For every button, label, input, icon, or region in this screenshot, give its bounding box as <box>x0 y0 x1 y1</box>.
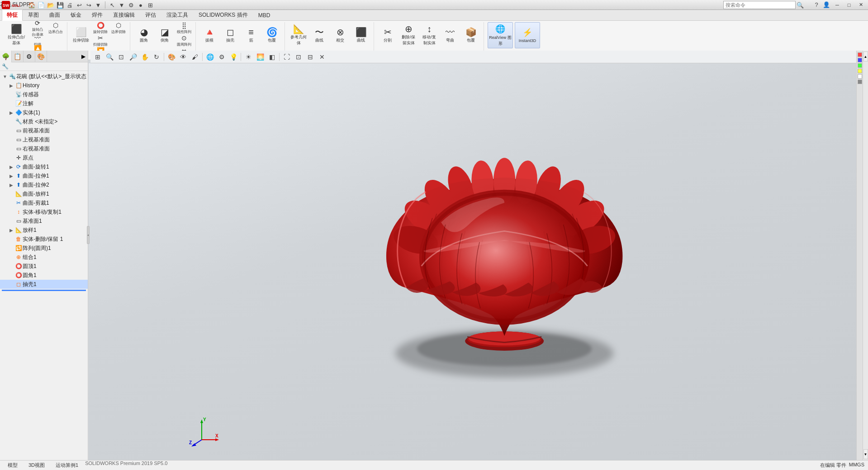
tree-item-pattern-circular1[interactable]: 🔁 阵列(圆周)1 <box>0 244 88 253</box>
tree-item-surface-trim1[interactable]: ✂ 曲面-剪裁1 <box>0 198 88 207</box>
tree-item-solid-bodies[interactable]: ▶ 🔷 实体(1) <box>0 108 88 117</box>
appearance-btn[interactable]: 🖌 <box>190 52 200 62</box>
tree-item-top-plane[interactable]: ▭ 上视基准面 <box>0 135 88 144</box>
btn-extrude-cut[interactable]: ⬜ 拉伸切除 <box>71 22 91 48</box>
panel-tab-feature-tree[interactable]: 🌳 <box>0 51 12 62</box>
tab-sketch[interactable]: 草图 <box>23 9 44 21</box>
view-settings-btn[interactable]: ⚙ <box>216 52 227 62</box>
tree-item-solid-delete1[interactable]: 🗑 实体-删除/保留 1 <box>0 235 88 244</box>
btn-boundary-boss[interactable]: ⬡ 边界凸台 <box>47 22 64 34</box>
btn-flex[interactable]: 〰 弯曲 <box>440 22 460 48</box>
open-button[interactable]: 📂 <box>46 0 55 9</box>
status-tab-model[interactable]: 模型 <box>4 461 22 470</box>
tab-features[interactable]: 特征 <box>2 9 23 21</box>
btn-revolve-boss[interactable]: ⟳ 旋转凸台/基体 <box>29 22 46 34</box>
filter-icon[interactable]: 🔧 <box>2 63 9 70</box>
panel-tab-display[interactable]: 🎨 <box>35 51 47 62</box>
tab-weldment[interactable]: 焊件 <box>87 9 108 21</box>
close-button[interactable]: ✕ <box>855 1 866 9</box>
close-view-btn[interactable]: ✕ <box>317 52 327 62</box>
tree-item-annotations[interactable]: 📝 注解 <box>0 99 88 108</box>
panel-tab-arrow[interactable]: ▶ <box>79 51 88 62</box>
btn-shell[interactable]: ◻ 抽壳 <box>220 22 240 48</box>
tree-item-history[interactable]: ▶ 📋 History <box>0 81 88 90</box>
btn-instant3d[interactable]: ⚡ Instant3D <box>515 22 540 48</box>
status-tab-motion[interactable]: 运动算例1 <box>52 461 82 470</box>
question-button[interactable]: ? <box>812 0 821 9</box>
collapse-handle[interactable]: ‹ <box>87 226 90 244</box>
btn-deform[interactable]: 📦 包覆 <box>461 22 481 48</box>
lights-btn[interactable]: 💡 <box>228 52 239 62</box>
btn-chamfer[interactable]: ◪ 倒角 <box>155 22 175 48</box>
btn-split[interactable]: ✂ 分割 <box>378 22 398 48</box>
viewport[interactable]: Y X Z <box>89 63 863 460</box>
btn-wrap[interactable]: 🌀 包覆 <box>262 22 282 48</box>
circle-btn[interactable]: ● <box>136 0 145 9</box>
new-button[interactable]: 📄 <box>37 0 46 9</box>
tree-item-fillet-dome1[interactable]: ⭕ 圆顶1 <box>0 262 88 271</box>
search-input[interactable] <box>723 1 796 9</box>
search-button[interactable]: 🔍 <box>796 0 805 9</box>
tab-mbd[interactable]: MBD <box>253 10 275 20</box>
color-green[interactable] <box>858 63 862 68</box>
tab-sheetmetal[interactable]: 钣金 <box>66 9 86 21</box>
login-button[interactable]: 👤 <box>822 0 831 9</box>
print-button[interactable]: 🖨 <box>65 0 74 9</box>
tree-item-sensors[interactable]: 📡 传感器 <box>0 90 88 99</box>
tree-item-material[interactable]: 🔧 材质 <未指定> <box>0 117 88 126</box>
tree-item-shell1[interactable]: ◻ 抽壳1 <box>0 280 88 289</box>
btn-curves[interactable]: 〜 曲线 <box>309 22 329 48</box>
color-red[interactable] <box>858 52 862 57</box>
hide-show-btn[interactable]: 👁 <box>178 52 189 62</box>
btn-move-copy[interactable]: ↕ 移动/复制实体 <box>419 22 439 48</box>
qa-more-button[interactable]: ▼ <box>94 0 103 9</box>
btn-ref-geometry[interactable]: 📐 参考几何体 <box>289 22 308 48</box>
color-white[interactable] <box>858 74 862 79</box>
save-button[interactable]: 💾 <box>56 0 65 9</box>
display-style-btn[interactable]: 🎨 <box>166 52 177 62</box>
color-blue[interactable] <box>858 58 862 62</box>
rotate-btn[interactable]: ↻ <box>151 52 162 62</box>
btn-revolve-cut[interactable]: ⭕ 旋转切除 <box>92 22 109 34</box>
tree-item-right-plane[interactable]: ▭ 右视基准面 <box>0 144 88 153</box>
apps-btn[interactable]: ⊞ <box>146 0 155 9</box>
tab-plugins[interactable]: SOLIDWORKS 插件 <box>194 9 253 21</box>
apply-scene-btn[interactable]: ☀ <box>243 52 254 62</box>
btn-rib[interactable]: ≡ 筋 <box>241 22 261 48</box>
tab-direct[interactable]: 直接编辑 <box>108 9 140 21</box>
status-tab-3dview[interactable]: 3D视图 <box>24 461 49 470</box>
tree-item-solid-move1[interactable]: ↕ 实体-移动/复制1 <box>0 207 88 216</box>
restore-button[interactable]: □ <box>844 1 854 9</box>
tree-item-origin[interactable]: ✛ 原点 <box>0 153 88 162</box>
cursor-button[interactable]: ↖ <box>108 0 117 9</box>
tab-surface[interactable]: 曲面 <box>44 9 65 21</box>
tree-item-fillet1[interactable]: ⭕ 圆角1 <box>0 271 88 280</box>
zoom-area-btn[interactable]: 🔎 <box>128 52 138 62</box>
tab-render[interactable]: 渲染工具 <box>161 9 193 21</box>
section-view-btn[interactable]: ◧ <box>266 52 277 62</box>
min-view-btn[interactable]: ⊟ <box>305 52 316 62</box>
tree-item-surface-scale1[interactable]: 📐 曲面-放样1 <box>0 189 88 198</box>
btn-realview[interactable]: 🌐 RealView 图形 <box>488 22 513 48</box>
btn-draft[interactable]: 🔺 拔模 <box>199 22 219 48</box>
more-arrow[interactable]: ▼ <box>117 0 126 9</box>
tree-item-combine1[interactable]: ⊕ 组合1 <box>0 253 88 262</box>
tree-item-surface-extrude2[interactable]: ▶ ⬆ 曲面-拉伸2 <box>0 180 88 189</box>
tab-evaluate[interactable]: 评估 <box>140 9 161 21</box>
zoom-fit-btn[interactable]: ⊡ <box>116 52 127 62</box>
tree-root[interactable]: ▼ 🔩 花碗 (默认<<默认>_显示状态 1>) <box>0 72 88 81</box>
fullscreen-btn[interactable]: ⛶ <box>281 52 292 62</box>
right-panel-btn1[interactable]: ▲ <box>863 52 868 61</box>
btn-solid[interactable]: ⬛ 曲线 <box>351 22 371 48</box>
btn-extrude-boss[interactable]: ⬛ 拉伸凸台/基体 <box>5 22 28 48</box>
options-icon[interactable]: ⚙ <box>127 0 136 9</box>
btn-combine[interactable]: ⊕ 删除/保留实体 <box>398 22 418 48</box>
btn-fillet[interactable]: ◕ 圆角 <box>134 22 154 48</box>
color-gray[interactable] <box>858 80 862 84</box>
view-orient-btn[interactable]: ⊞ <box>92 52 103 62</box>
minimize-button[interactable]: ─ <box>832 1 843 9</box>
pan-btn[interactable]: ✋ <box>139 52 150 62</box>
btn-intersect[interactable]: ⊗ 相交 <box>330 22 350 48</box>
tree-item-surface-extrude1[interactable]: ▶ ⬆ 曲面-拉伸1 <box>0 171 88 180</box>
home-button[interactable]: 🏠 <box>27 0 36 9</box>
